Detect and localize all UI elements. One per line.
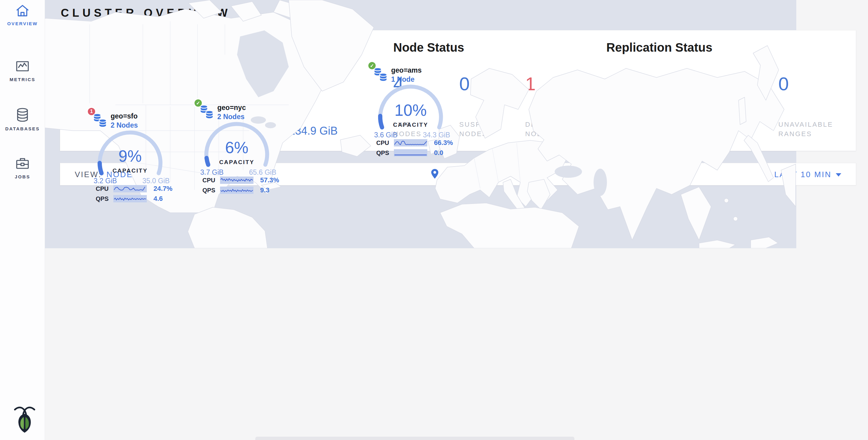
cockroachdb-logo: [13, 405, 36, 433]
cpu-label: CPU: [376, 139, 394, 147]
locality-used-capacity: 3.6 GiB: [374, 131, 398, 139]
home-icon: [16, 4, 29, 17]
sidebar-item-databases[interactable]: DATABASES: [0, 107, 45, 131]
cpu-value: 57.3%: [260, 176, 279, 184]
locality-usable-capacity: 65.6 GiB: [249, 168, 277, 177]
database-stack-icon: [199, 104, 214, 120]
cpu-value: 24.7%: [153, 185, 172, 193]
sidebar-item-jobs[interactable]: JOBS: [0, 156, 45, 179]
chevron-down-icon: [836, 173, 841, 177]
qps-sparkline: [394, 149, 427, 156]
sidebar-item-label: METRICS: [10, 77, 36, 82]
metrics-icon: [15, 60, 30, 73]
sidebar-item-label: OVERVIEW: [7, 21, 38, 26]
node-map: 1 geo=sfo 2 Nodes: [0, 0, 796, 248]
locality-used-capacity: 3.7 GiB: [200, 168, 224, 177]
locality-node-count-link[interactable]: 2 Nodes: [111, 121, 138, 129]
cpu-value: 66.3%: [434, 139, 453, 147]
database-stack-icon: [373, 67, 388, 83]
locality-capacity-percent: 9%: [94, 147, 166, 165]
capacity-label: CAPACITY: [200, 159, 273, 166]
locality-marker-nyc[interactable]: ✓ geo=nyc 2 Nodes: [188, 94, 285, 197]
sidebar-item-overview[interactable]: OVERVIEW: [0, 4, 45, 26]
database-stack-icon: [92, 113, 107, 129]
locality-name[interactable]: geo=nyc: [217, 104, 246, 112]
cpu-sparkline: [113, 185, 147, 192]
locality-used-capacity: 3.2 GiB: [94, 177, 117, 185]
locality-usable-capacity: 34.3 GiB: [423, 131, 451, 139]
qps-label: QPS: [203, 187, 220, 194]
locality-stats: CPU 66.3% QPS 0.0: [376, 139, 453, 159]
qps-value: 9.3: [260, 186, 270, 194]
locality-name[interactable]: geo=sfo: [111, 112, 138, 120]
locality-stats: CPU 24.7% QPS 4.6: [96, 185, 172, 205]
sidebar-item-metrics[interactable]: METRICS: [0, 60, 45, 82]
locality-capacity-percent: 10%: [374, 101, 447, 119]
qps-value: 0.0: [434, 149, 443, 157]
qps-value: 4.6: [153, 195, 163, 203]
locality-node-count-link[interactable]: 1 Node: [391, 75, 414, 84]
next-panel-edge: [255, 437, 575, 440]
locality-marker-sfo[interactable]: 1 geo=sfo 2 Nodes: [82, 102, 179, 206]
locality-marker-ams[interactable]: ✓ geo=ams 1 Node 1: [362, 56, 459, 160]
cpu-label: CPU: [96, 185, 113, 192]
cpu-sparkline: [394, 139, 427, 147]
jobs-icon: [15, 156, 30, 170]
locality-stats: CPU 57.3% QPS 9.3: [203, 176, 279, 196]
locality-node-count-link[interactable]: 2 Nodes: [217, 113, 244, 121]
qps-label: QPS: [376, 150, 394, 156]
qps-sparkline: [113, 195, 147, 202]
cpu-sparkline: [220, 177, 253, 184]
capacity-label: CAPACITY: [374, 122, 447, 128]
locality-usable-capacity: 35.0 GiB: [143, 177, 170, 185]
sidebar-item-label: DATABASES: [5, 126, 40, 131]
cluster-overview-page: OVERVIEW METRICS DATABASES: [0, 0, 868, 440]
sidebar: OVERVIEW METRICS DATABASES: [0, 0, 45, 440]
qps-label: QPS: [96, 195, 113, 202]
capacity-label: CAPACITY: [94, 167, 166, 174]
qps-sparkline: [220, 187, 253, 194]
locality-name[interactable]: geo=ams: [391, 66, 422, 74]
sidebar-item-label: JOBS: [15, 174, 30, 179]
locality-capacity-percent: 6%: [200, 138, 273, 157]
databases-icon: [16, 107, 29, 122]
cpu-label: CPU: [203, 177, 220, 184]
